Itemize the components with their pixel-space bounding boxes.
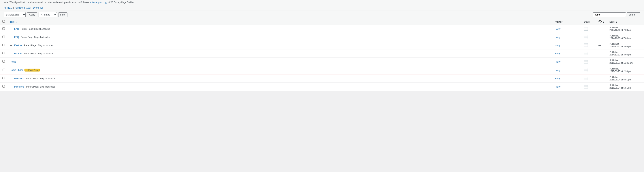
table-header-row: Title ▲ Author Stats 💬 ▲ Date ▲: [0, 19, 644, 25]
status-drafts[interactable]: Drafts (3): [33, 6, 43, 9]
header-date[interactable]: Date ▲: [607, 19, 644, 25]
status-published[interactable]: Published (108): [14, 6, 31, 9]
author-link[interactable]: Harry: [554, 44, 560, 47]
comment-sort-arrow: ▲: [603, 21, 604, 23]
comments-cell: —: [596, 66, 607, 74]
indent-marker: —: [10, 27, 13, 30]
author-link[interactable]: Harry: [554, 69, 560, 72]
apply-button[interactable]: Apply: [27, 12, 37, 17]
comment-dash: —: [598, 85, 601, 88]
date-value: 2017/03/27 at 2:39 pm: [610, 70, 642, 73]
select-all-checkbox[interactable]: [2, 20, 5, 23]
header-checkbox: [0, 19, 8, 25]
search-input[interactable]: [593, 12, 626, 17]
author-link[interactable]: Harry: [554, 85, 560, 88]
author-link[interactable]: Harry: [554, 52, 560, 55]
date-value: 2014/11/12 at 3:05 pm: [610, 53, 642, 56]
header-stats: Stats: [582, 19, 596, 25]
table-row: Home Shoes— Front PageHarry📊—Published20…: [0, 66, 644, 74]
page-title-link[interactable]: Home: [10, 60, 16, 63]
date-status-label: Published: [610, 59, 642, 62]
header-title[interactable]: Title ▲: [8, 19, 552, 25]
indent-marker: —: [10, 77, 13, 80]
row-checkbox[interactable]: [2, 85, 5, 87]
stats-cell: 📊: [582, 66, 596, 74]
row-checkbox[interactable]: [2, 77, 5, 79]
filter-bar: Bulk actions Apply All dates Filter Sear…: [0, 11, 644, 19]
comment-dash: —: [598, 44, 601, 47]
page-title-link[interactable]: FAQ: [14, 27, 19, 30]
row-checkbox[interactable]: [2, 44, 5, 46]
stats-bar-icon[interactable]: 📊: [584, 52, 588, 55]
date-status-label: Published: [610, 26, 642, 29]
page-title-link[interactable]: Feature: [14, 52, 22, 55]
date-status-label: Published: [610, 51, 642, 53]
author-link[interactable]: Harry: [554, 27, 560, 30]
comments-cell: —: [596, 41, 607, 49]
top-bar: Note: Would you like to receive automati…: [0, 0, 644, 5]
comment-dash: —: [598, 52, 601, 55]
stats-cell: 📊: [582, 83, 596, 91]
comment-dash: —: [598, 77, 601, 80]
date-status-label: Published: [610, 34, 642, 37]
filter-button[interactable]: Filter: [58, 12, 68, 17]
page-title-link[interactable]: Milestone: [14, 85, 24, 88]
comment-dash: —: [598, 60, 601, 63]
comments-cell: —: [596, 49, 607, 58]
stats-bar-icon[interactable]: 📊: [584, 27, 588, 31]
notice-text: Note: Would you like to receive automati…: [4, 1, 90, 4]
page-title-link[interactable]: Home Shoes: [10, 69, 24, 71]
stats-bar-icon[interactable]: 📊: [584, 35, 588, 39]
author-link[interactable]: Harry: [554, 77, 560, 80]
stats-cell: 📊: [582, 74, 596, 83]
dates-select[interactable]: All dates: [38, 12, 57, 17]
stats-bar-icon[interactable]: 📊: [584, 60, 588, 64]
comment-dash: —: [598, 69, 601, 72]
title-sort-link[interactable]: Title ▲: [10, 20, 550, 23]
status-all[interactable]: All (111): [4, 6, 12, 9]
row-checkbox[interactable]: [2, 52, 5, 54]
parent-page-label: | Parent Page: Blog shortcodes: [19, 36, 50, 38]
stats-bar-icon[interactable]: 📊: [584, 68, 588, 72]
date-sort-arrow: ▲: [616, 21, 618, 23]
date-value: 2014/12/15 at 7:00 am: [610, 29, 642, 31]
pages-table: Title ▲ Author Stats 💬 ▲ Date ▲ — FAQ | …: [0, 19, 644, 91]
date-cell: Published2015/09/04 at 5:51 pm: [607, 74, 644, 83]
stats-cell: 📊: [582, 25, 596, 33]
row-checkbox[interactable]: [2, 60, 5, 63]
date-value: 2015/09/21 at 10:49 am: [610, 62, 642, 64]
stats-bar-icon[interactable]: 📊: [584, 77, 588, 80]
date-status-label: Published: [610, 68, 642, 70]
header-comments: 💬 ▲: [596, 19, 607, 25]
row-checkbox[interactable]: [2, 36, 5, 38]
stats-bar-icon[interactable]: 📊: [584, 43, 588, 47]
author-link[interactable]: Harry: [554, 60, 560, 63]
comments-cell: —: [596, 58, 607, 66]
comments-cell: —: [596, 83, 607, 91]
comments-cell: —: [596, 74, 607, 83]
date-cell: Published2014/12/15 at 7:00 am: [607, 25, 644, 33]
page-title-link[interactable]: Milestone: [14, 77, 24, 80]
comment-icon: 💬: [598, 20, 602, 23]
table-row: — FAQ | Parent Page: Blog shortcodesHarr…: [0, 25, 644, 33]
indent-marker: —: [10, 44, 13, 47]
search-button[interactable]: Search P: [627, 12, 640, 17]
parent-page-label: | Parent Page: Blog shortcodes: [22, 52, 53, 55]
author-link[interactable]: Harry: [554, 36, 560, 38]
stats-cell: 📊: [582, 58, 596, 66]
page-title-link[interactable]: FAQ: [14, 36, 19, 38]
row-checkbox[interactable]: [2, 69, 5, 71]
front-page-badge: — Front Page: [24, 69, 40, 72]
table-row: — Milestone | Parent Page: Blog shortcod…: [0, 83, 644, 91]
activate-link[interactable]: activate your copy: [90, 1, 108, 4]
parent-page-label: | Parent Page: Blog shortcodes: [24, 86, 55, 88]
row-checkbox[interactable]: [2, 27, 5, 30]
parent-page-label: | Parent Page: Blog shortcodes: [24, 77, 55, 80]
date-cell: Published2014/11/12 at 3:05 pm: [607, 49, 644, 58]
date-value: 2015/09/04 at 5:51 pm: [610, 87, 642, 89]
bulk-actions-select[interactable]: Bulk actions: [4, 12, 26, 17]
date-status-label: Published: [610, 76, 642, 79]
page-title-link[interactable]: Feature: [14, 44, 22, 47]
sort-arrow-icon: ▲: [15, 21, 17, 23]
stats-bar-icon[interactable]: 📊: [584, 85, 588, 88]
